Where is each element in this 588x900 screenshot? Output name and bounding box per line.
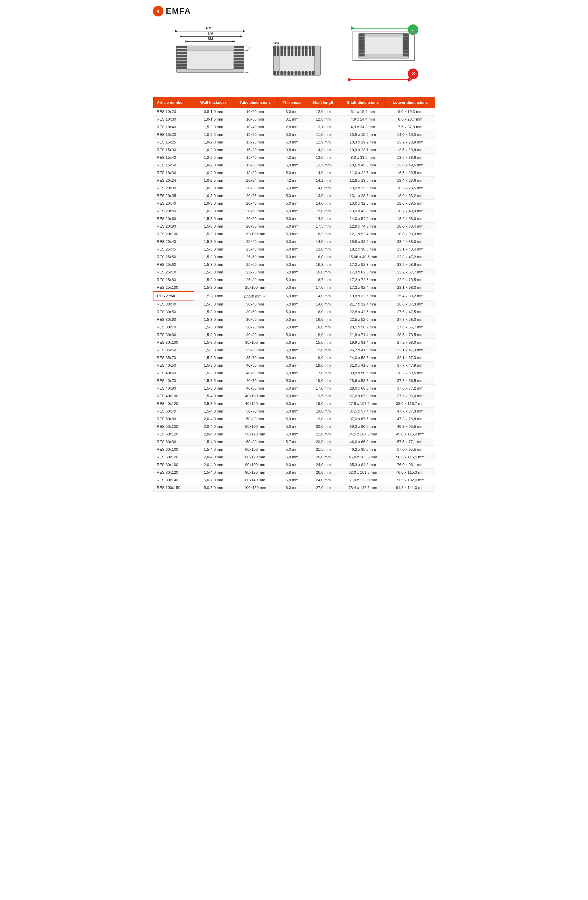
table-cell: 5,0 mm bbox=[278, 169, 307, 177]
table-cell: 23,2 x 58,6 mm bbox=[385, 261, 435, 268]
table-cell: RES 25x60 bbox=[153, 261, 194, 268]
table-cell: 20x35 mm bbox=[233, 192, 278, 200]
table-cell: 40x120 mm bbox=[233, 400, 278, 408]
table-row: RES 50x1002,0-4,0 mm50x100 mm5,0 mm20,0 … bbox=[153, 423, 435, 430]
table-cell: 1,5-3,0 mm bbox=[194, 238, 233, 245]
table-row: RES 25x701,5-3,0 mm25x70 mm5,0 mm16,8 mm… bbox=[153, 268, 435, 276]
table-row: RES 20x301,0-3,0 mm20x30 mm5,0 mm14,0 mm… bbox=[153, 185, 435, 192]
table-cell: 16,0 mm bbox=[307, 253, 340, 261]
table-cell: RES 10x30 bbox=[153, 116, 194, 123]
table-row: RES 25x401,5-3,0 mm25x40 mm5,0 mm14,0 mm… bbox=[153, 238, 435, 245]
table-cell: 76,0 x 115,3 mm bbox=[385, 469, 435, 476]
table-cell: 13,0 x 22,5 mm bbox=[340, 185, 386, 192]
table-cell: RES 25x100 bbox=[153, 284, 194, 292]
svg-rect-67 bbox=[359, 36, 365, 39]
table-cell: RES 15x30 bbox=[153, 146, 194, 154]
table-cell: 5,0 mm bbox=[278, 354, 307, 362]
table-cell: 5,8 mm bbox=[278, 476, 307, 484]
table-cell: 25x40 mm bbox=[233, 238, 278, 245]
svg-text:SE: SE bbox=[249, 61, 250, 64]
table-cell: 46,0 x 105,6 mm bbox=[340, 453, 386, 461]
table-cell: 6,0 mm bbox=[278, 461, 307, 469]
table-cell: 1,5-3,0 mm bbox=[194, 215, 233, 223]
table-row: RES 50x701,5-4,0 mm50x70 mm5,0 mm19,0 mm… bbox=[153, 408, 435, 415]
table-cell: 4,9 x 24,4 mm bbox=[340, 116, 386, 123]
table-cell: 5,0 mm bbox=[278, 185, 307, 192]
svg-rect-70 bbox=[359, 45, 365, 48]
diagram-3: ✓ bbox=[344, 22, 420, 88]
table-cell: RES 40x120 bbox=[153, 400, 194, 408]
table-cell: 18,0 x 98,3 mm bbox=[385, 230, 435, 238]
table-cell: 65,3 x 84,8 mm bbox=[340, 461, 386, 469]
table-cell: RES 15x20 bbox=[153, 131, 194, 138]
table-cell: 5,0 mm bbox=[278, 192, 307, 200]
table-cell: 80x120 mm bbox=[233, 469, 278, 476]
table-cell: 1,5-3,0 mm bbox=[194, 362, 233, 369]
table-cell: 9,0 x 19,3 mm bbox=[385, 108, 435, 116]
table-row: RES 50x1202,0-4,0 mm50x120 mm5,0 mm21,0 … bbox=[153, 430, 435, 438]
table-cell: 1,5-3,0 mm bbox=[194, 268, 233, 276]
table-cell: RES 15x40 bbox=[153, 154, 194, 161]
table-cell: 11,0 x 22,6 mm bbox=[340, 169, 386, 177]
table-cell: RES 20x24 bbox=[153, 177, 194, 185]
table-cell: 5,0 mm bbox=[278, 331, 307, 339]
table-row: RES 20x351,0-3,0 mm20x35 mm5,0 mm13,0 mm… bbox=[153, 192, 435, 200]
table-cell: RES 100x150 bbox=[153, 484, 194, 492]
table-cell: 15x20 mm bbox=[233, 131, 278, 138]
svg-rect-17 bbox=[234, 49, 244, 51]
table-cell: 1,5-3,0 mm bbox=[194, 369, 233, 377]
table-row: RES 30x801,5-3,0 mm30x80 mm5,0 mm18,0 mm… bbox=[153, 331, 435, 339]
diagram-1: RM LM SM bbox=[168, 22, 250, 82]
table-cell: RES 30x50 bbox=[153, 308, 194, 316]
table-cell: 1,2-2,5 mm bbox=[194, 154, 233, 161]
table-cell: 18,4 x 23,6 mm bbox=[385, 177, 435, 185]
table-cell: 5,0 mm bbox=[278, 268, 307, 276]
table-cell: 16,0 mm bbox=[307, 308, 340, 316]
table-cell: 20x60 mm bbox=[233, 215, 278, 223]
table-row: RES 30x1001,5-3,0 mm30x100 mm5,0 mm15,0 … bbox=[153, 339, 435, 346]
svg-rect-52 bbox=[287, 71, 290, 75]
svg-text:LM: LM bbox=[208, 32, 213, 36]
svg-rect-50 bbox=[281, 71, 283, 75]
table-cell: RES 35x70 bbox=[153, 354, 194, 362]
table-cell: RES 40x70 bbox=[153, 377, 194, 385]
table-cell: 6,0 mm bbox=[278, 484, 307, 492]
table-row: RES 50x802,0-4,0 mm50x80 mm5,0 mm19,0 mm… bbox=[153, 415, 435, 423]
table-cell: 5,0 mm bbox=[278, 215, 307, 223]
table-cell: 5,0 mm bbox=[278, 339, 307, 346]
table-cell: 1,5-3,0 mm bbox=[194, 354, 233, 362]
table-cell: RES 50x70 bbox=[153, 408, 194, 415]
table-cell: 1,5-3,0 mm bbox=[194, 308, 233, 316]
table-cell: RES 50x80 bbox=[153, 415, 194, 423]
table-cell: 5,0 mm bbox=[278, 323, 307, 331]
svg-rect-65 bbox=[365, 37, 403, 55]
table-cell: 38,2 x 58,5 mm bbox=[385, 369, 435, 377]
svg-rect-8 bbox=[176, 46, 187, 48]
table-cell: 1,0-2,0 mm bbox=[194, 138, 233, 146]
table-cell: 76,0 x 96,1 mm bbox=[385, 461, 435, 469]
diagrams-section: RM LM SM bbox=[153, 22, 435, 88]
table-cell: RES 60x80 bbox=[153, 438, 194, 446]
table-cell: RES 60x100 bbox=[153, 446, 194, 453]
table-cell: 47,3 x 76,8 mm bbox=[385, 415, 435, 423]
table-cell: 21,5 mm bbox=[307, 446, 340, 453]
table-row: RES 30x701,5-3,0 mm30x70 mm5,0 mm18,8 mm… bbox=[153, 323, 435, 331]
table-cell: 5,0 mm bbox=[278, 446, 307, 453]
table-cell: 50x70 mm bbox=[233, 408, 278, 415]
table-cell: RES 60x120 bbox=[153, 453, 194, 461]
table-cell: 2,8 mm bbox=[278, 123, 307, 131]
table-cell: 24,0 x 58,5 mm bbox=[340, 354, 386, 362]
table-cell: 60x120 mm bbox=[233, 453, 278, 461]
table-cell: 13,1 x 28,3 mm bbox=[340, 192, 386, 200]
table-cell: 21,8 x 71,4 mm bbox=[340, 331, 386, 339]
table-cell: 3,1 mm bbox=[278, 116, 307, 123]
table-cell: 26,0 mm bbox=[307, 469, 340, 476]
table-cell: 5,0 mm bbox=[278, 377, 307, 385]
table-cell: 22,8 x 42,5 mm bbox=[340, 308, 386, 316]
table-cell: RES 10x20 bbox=[153, 108, 194, 116]
table-cell: 37,5 x 57,4 mm bbox=[340, 408, 386, 415]
table-cell: 17,5 mm bbox=[307, 223, 340, 230]
table-cell: 18,0 x 78,4 mm bbox=[385, 223, 435, 230]
table-cell: 14,0 mm bbox=[307, 238, 340, 245]
table-cell: 23,1 x 43,4 mm bbox=[385, 245, 435, 253]
